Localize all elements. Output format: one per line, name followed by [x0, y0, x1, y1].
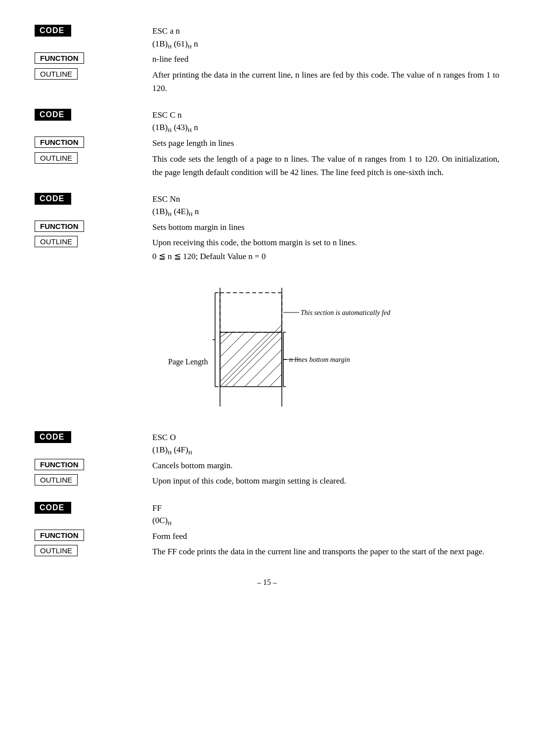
- code-badge-2: CODE: [35, 109, 71, 121]
- outline-row-2: OUTLINE This code sets the length of a p…: [35, 152, 499, 179]
- function-badge-1: FUNCTION: [35, 52, 84, 64]
- outline-badge-2: OUTLINE: [35, 152, 78, 164]
- outline-text-5: The FF code prints the data in the curre…: [152, 545, 499, 558]
- function-row-5: FUNCTION Form feed: [35, 530, 499, 543]
- svg-line-6: [220, 332, 257, 369]
- outline-text-3: Upon receiving this code, the bottom mar…: [152, 236, 499, 263]
- outline-text-3b: 0 ≦ n ≦ 120; Default Value n = 0: [152, 250, 499, 263]
- code-text-line2-4: (1B)H (4F)H: [152, 444, 499, 457]
- outline-text-2: This code sets the length of a page to n…: [152, 152, 499, 179]
- code-content-3: ESC Nn (1B)H (4E)H n: [152, 193, 499, 219]
- outline-badge-1: OUTLINE: [35, 68, 78, 80]
- outline-badge-4: OUTLINE: [35, 474, 78, 486]
- code-text-line1-3: ESC Nn: [152, 193, 499, 206]
- code-badge-3: CODE: [35, 193, 71, 205]
- function-row-1: FUNCTION n-line feed: [35, 52, 499, 66]
- outline-label-col-5: OUTLINE: [35, 545, 143, 556]
- outline-text-1: After printing the data in the current l…: [152, 68, 499, 95]
- page-length-diagram: Page Length This section is automaticall…: [129, 278, 405, 416]
- code-text-line2-2: (1B)H (43)H n: [152, 121, 499, 134]
- svg-line-8: [220, 325, 282, 387]
- function-row-4: FUNCTION Cancels bottom margin.: [35, 459, 499, 472]
- function-label-col-2: FUNCTION: [35, 136, 143, 148]
- function-label-col-1: FUNCTION: [35, 52, 143, 64]
- code-label-col-5: CODE: [35, 502, 143, 514]
- svg-line-4: [220, 332, 232, 345]
- section-esc-c-n: CODE ESC C n (1B)H (43)H n FUNCTION Sets…: [35, 109, 499, 179]
- section-esc-o: CODE ESC O (1B)H (4F)H FUNCTION Cancels …: [35, 431, 499, 488]
- function-badge-4: FUNCTION: [35, 459, 84, 470]
- code-content-1: ESC a n (1B)H (61)H n: [152, 25, 499, 50]
- svg-line-14: [220, 332, 227, 337]
- outline-label-col-4: OUTLINE: [35, 474, 143, 486]
- function-label-col-5: FUNCTION: [35, 530, 143, 541]
- outline-row-3: OUTLINE Upon receiving this code, the bo…: [35, 236, 499, 263]
- code-badge-4: CODE: [35, 431, 71, 443]
- code-text-line1-2: ESC C n: [152, 109, 499, 122]
- outline-label-col-2: OUTLINE: [35, 152, 143, 164]
- svg-rect-3: [220, 332, 282, 387]
- auto-fed-label: This section is automatically fed: [301, 309, 391, 316]
- code-row-2: CODE ESC C n (1B)H (43)H n: [35, 109, 499, 134]
- diagram-container: Page Length This section is automaticall…: [35, 278, 499, 416]
- function-text-5: Form feed: [152, 530, 499, 543]
- section-ff: CODE FF (0C)H FUNCTION Form feed OUTLINE…: [35, 502, 499, 559]
- code-content-4: ESC O (1B)H (4F)H: [152, 431, 499, 457]
- outline-text-4: Upon input of this code, bottom margin s…: [152, 474, 499, 488]
- outline-badge-3: OUTLINE: [35, 236, 78, 247]
- page-footer: – 15 –: [35, 578, 499, 587]
- svg-line-11: [245, 350, 282, 387]
- code-content-2: ESC C n (1B)H (43)H n: [152, 109, 499, 134]
- outline-label-col-1: OUTLINE: [35, 68, 143, 80]
- function-row-3: FUNCTION Sets bottom margin in lines: [35, 221, 499, 234]
- code-text-line1-4: ESC O: [152, 431, 499, 444]
- function-row-2: FUNCTION Sets page length in lines: [35, 136, 499, 150]
- code-text-line1-5: FF: [152, 502, 499, 515]
- svg-line-5: [220, 332, 245, 357]
- outline-row-4: OUTLINE Upon input of this code, bottom …: [35, 474, 499, 488]
- svg-rect-2: [220, 293, 282, 332]
- outline-row-1: OUTLINE After printing the data in the c…: [35, 68, 499, 95]
- function-label-col-3: FUNCTION: [35, 221, 143, 232]
- page-length-label: Page Length: [168, 357, 208, 366]
- code-label-col-1: CODE: [35, 25, 143, 37]
- code-badge-1: CODE: [35, 25, 71, 37]
- code-label-col-4: CODE: [35, 431, 143, 443]
- function-badge-5: FUNCTION: [35, 530, 84, 541]
- outline-label-col-3: OUTLINE: [35, 236, 143, 247]
- function-text-2: Sets page length in lines: [152, 136, 499, 150]
- code-text-line2-1: (1B)H (61)H n: [152, 38, 499, 51]
- code-badge-5: CODE: [35, 502, 71, 514]
- function-badge-2: FUNCTION: [35, 136, 84, 148]
- outline-row-5: OUTLINE The FF code prints the data in t…: [35, 545, 499, 558]
- function-text-4: Cancels bottom margin.: [152, 459, 499, 472]
- code-label-col-2: CODE: [35, 109, 143, 121]
- svg-line-12: [257, 362, 282, 387]
- outline-text-3a: Upon receiving this code, the bottom mar…: [152, 236, 499, 249]
- code-text-line2-5: (0C)H: [152, 514, 499, 528]
- section-esc-a-n: CODE ESC a n (1B)H (61)H n FUNCTION n-li…: [35, 25, 499, 95]
- function-label-col-4: FUNCTION: [35, 459, 143, 470]
- code-row-3: CODE ESC Nn (1B)H (4E)H n: [35, 193, 499, 219]
- code-content-5: FF (0C)H: [152, 502, 499, 528]
- function-badge-3: FUNCTION: [35, 221, 84, 232]
- svg-line-13: [269, 374, 282, 387]
- code-row-1: CODE ESC a n (1B)H (61)H n: [35, 25, 499, 50]
- code-label-col-3: CODE: [35, 193, 143, 205]
- outline-badge-5: OUTLINE: [35, 545, 78, 556]
- code-text-line1-1: ESC a n: [152, 25, 499, 38]
- code-text-line2-3: (1B)H (4E)H n: [152, 205, 499, 219]
- function-text-1: n-line feed: [152, 52, 499, 66]
- page-number: – 15 –: [257, 578, 277, 586]
- bottom-margin-label: n lines bottom margin: [289, 356, 350, 363]
- code-row-5: CODE FF (0C)H: [35, 502, 499, 528]
- function-text-3: Sets bottom margin in lines: [152, 221, 499, 234]
- section-esc-nn: CODE ESC Nn (1B)H (4E)H n FUNCTION Sets …: [35, 193, 499, 416]
- code-row-4: CODE ESC O (1B)H (4F)H: [35, 431, 499, 457]
